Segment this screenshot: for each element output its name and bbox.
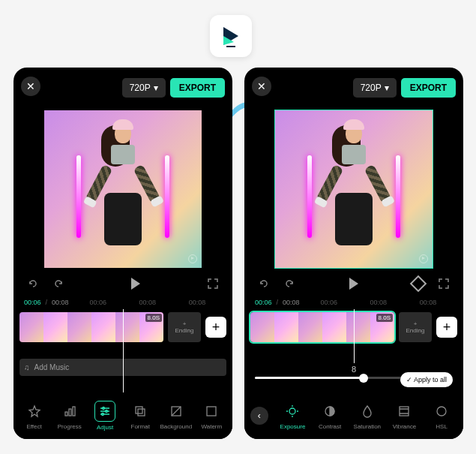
svg-rect-21 — [400, 407, 409, 416]
add-clip-button[interactable]: + — [436, 317, 457, 338]
app-logo — [210, 15, 252, 57]
tool-watermark[interactable]: Waterm — [196, 401, 227, 430]
bottom-toolbar: Effect Progress Adjust Format Background… — [13, 392, 232, 439]
tool-saturation[interactable]: Saturation — [352, 401, 383, 430]
redo-button[interactable] — [280, 275, 298, 293]
music-icon: ♫ — [24, 363, 30, 371]
playhead[interactable] — [354, 309, 355, 363]
keyframe-button[interactable] — [409, 275, 427, 293]
play-button[interactable] — [345, 275, 363, 293]
svg-point-24 — [437, 407, 446, 416]
resolution-selector[interactable]: 720P▾ — [353, 78, 397, 98]
current-time: 00:06 — [24, 299, 41, 306]
tool-contrast[interactable]: Contrast — [314, 401, 346, 430]
video-clip[interactable]: 8.0S — [19, 312, 163, 342]
tool-adjust[interactable]: Adjust — [89, 401, 121, 431]
video-preview[interactable] — [275, 110, 433, 268]
resolution-selector[interactable]: 720P▾ — [122, 78, 166, 98]
tool-background[interactable]: Background — [160, 401, 192, 430]
svg-rect-0 — [226, 46, 235, 47]
tool-progress[interactable]: Progress — [54, 401, 85, 430]
export-button[interactable]: EXPORT — [401, 78, 456, 98]
add-clip-button[interactable]: + — [205, 317, 226, 338]
play-button[interactable] — [127, 275, 145, 293]
svg-rect-10 — [136, 407, 142, 413]
tool-hsl[interactable]: HSL — [426, 401, 457, 430]
total-time: 00:08 — [283, 299, 300, 306]
total-time: 00:08 — [52, 299, 69, 306]
phone-left: ✕ 720P▾ EXPORT 00:06/00:08 00:0600:0800:… — [13, 68, 232, 439]
timeline[interactable]: 8.0S +Ending + — [250, 312, 457, 354]
ending-button[interactable]: +Ending — [168, 312, 201, 342]
svg-rect-11 — [138, 409, 145, 416]
redo-button[interactable] — [49, 275, 67, 293]
fullscreen-button[interactable] — [435, 275, 453, 293]
svg-point-15 — [289, 408, 295, 414]
chevron-down-icon: ▾ — [385, 83, 389, 93]
check-icon: ✓ — [406, 376, 412, 383]
watermark — [419, 254, 428, 263]
clip-duration: 8.0S — [376, 314, 393, 322]
adjust-toolbar: ‹ Exposure Contrast Saturation Vibrance … — [244, 392, 463, 439]
fullscreen-button[interactable] — [204, 275, 222, 293]
chevron-down-icon: ▾ — [154, 83, 158, 93]
tool-effect[interactable]: Effect — [19, 401, 50, 430]
tool-format[interactable]: Format — [124, 401, 156, 430]
back-button[interactable]: ‹ — [250, 407, 268, 425]
tool-exposure[interactable]: Exposure — [277, 401, 308, 430]
close-button[interactable]: ✕ — [21, 77, 40, 96]
svg-rect-14 — [207, 407, 216, 416]
apply-to-all-button[interactable]: ✓Apply to all — [400, 372, 453, 387]
undo-button[interactable] — [24, 275, 42, 293]
slider-value: 8 — [352, 365, 356, 374]
watermark — [188, 254, 197, 263]
timeline[interactable]: 8.0S +Ending + — [19, 312, 226, 354]
video-clip[interactable]: 8.0S — [250, 312, 394, 342]
svg-line-13 — [172, 407, 181, 416]
svg-rect-2 — [69, 409, 71, 416]
clip-duration: 8.0S — [145, 314, 162, 322]
export-button[interactable]: EXPORT — [170, 78, 225, 98]
current-time: 00:06 — [255, 299, 272, 306]
phone-right: ✕ 720P▾ EXPORT 00:06/00:08 00:0600:0800:… — [244, 68, 463, 439]
undo-button[interactable] — [255, 275, 273, 293]
svg-rect-1 — [65, 412, 67, 416]
tool-vibrance[interactable]: Vibrance — [388, 401, 420, 430]
ending-button[interactable]: +Ending — [399, 312, 432, 342]
video-preview[interactable] — [44, 110, 202, 268]
svg-rect-3 — [73, 407, 75, 416]
filmora-logo-icon — [219, 24, 243, 48]
close-button[interactable]: ✕ — [252, 77, 271, 96]
